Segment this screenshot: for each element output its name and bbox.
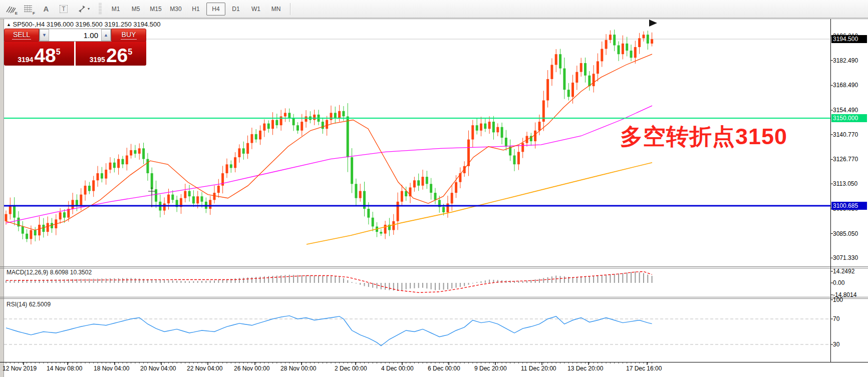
bid-price-badge: 3194.500 (831, 35, 867, 43)
volume-increase-button[interactable]: ▲ (101, 29, 111, 41)
rsi-axis-tick: 70 (833, 315, 839, 322)
chart-annotation-text: 多空转折点3150 (620, 122, 787, 152)
one-click-trading-panel: SELL ▼ 1.00 ▲ BUY 3194 48 5 3195 26 5 (4, 29, 146, 66)
chart-title: ▲ SP500-,H4 3196.000 3196.500 3191.250 3… (7, 21, 161, 28)
time-axis-label: 17 Dec 16:00 (626, 365, 662, 372)
trading-platform-window: E F A T (0, 0, 868, 377)
buy-price[interactable]: 3195 26 5 (76, 42, 146, 66)
time-axis-label: 28 Nov 00:00 (280, 365, 316, 372)
price-axis-tick: 3113.050 (833, 180, 857, 187)
price-axis-tick: 3126.770 (833, 156, 858, 163)
time-axis-label: 12 Nov 2019 (3, 365, 37, 372)
price-axis-tick: 3182.490 (833, 57, 858, 64)
volume-stepper: ▼ 1.00 ▲ (39, 29, 111, 42)
symbol-period: SP500-,H4 (13, 21, 45, 28)
price-axis-tick: 3085.050 (833, 230, 858, 237)
triangle-icon: ▲ (7, 22, 11, 27)
time-axis-label: 9 Dec 20:00 (474, 365, 507, 372)
time-axis-label: 14 Nov 08:00 (47, 365, 82, 372)
time-axis-label: 13 Dec 20:00 (567, 365, 603, 372)
time-axis-label: 11 Dec 20:00 (521, 365, 556, 372)
time-axis-label: 20 Nov 04:00 (140, 365, 176, 372)
rsi-label: RSI(14) 62.5009 (7, 301, 51, 308)
macd-axis-tick: 0.00 (833, 279, 844, 286)
volume-decrease-button[interactable]: ▼ (40, 29, 49, 41)
price-axis-tick: 3154.490 (833, 107, 858, 114)
rsi-axis-tick: 30 (833, 341, 839, 348)
sell-button[interactable]: SELL (4, 29, 39, 42)
volume-input[interactable]: 1.00 (49, 29, 101, 41)
macd-label: MACD(12,26,9) 8.6098 10.3502 (7, 269, 92, 276)
ohlc-values: 3196.000 3196.500 3191.250 3194.500 (47, 21, 161, 28)
time-axis-label: 2 Dec 00:00 (335, 365, 367, 372)
time-axis-label: 22 Nov 04:00 (187, 365, 222, 372)
sell-price[interactable]: 3194 48 5 (4, 42, 74, 66)
rsi-axis-tick: 100 (833, 296, 843, 303)
buy-button[interactable]: BUY (111, 29, 146, 42)
blue-level-badge: 3100.685 (831, 202, 867, 210)
time-axis-label: 26 Nov 00:00 (234, 365, 269, 372)
time-axis-label: 18 Nov 04:00 (94, 365, 129, 372)
macd-axis-tick: 14.2492 (833, 268, 854, 275)
green-level-badge: 3150.000 (831, 114, 867, 122)
time-axis-label: 6 Dec 00:00 (428, 365, 460, 372)
time-axis-label: 4 Dec 00:00 (381, 365, 414, 372)
price-axis-tick: 3140.770 (833, 131, 858, 138)
price-axis-tick: 3071.330 (833, 254, 858, 261)
price-axis-tick: 3168.490 (833, 82, 858, 89)
